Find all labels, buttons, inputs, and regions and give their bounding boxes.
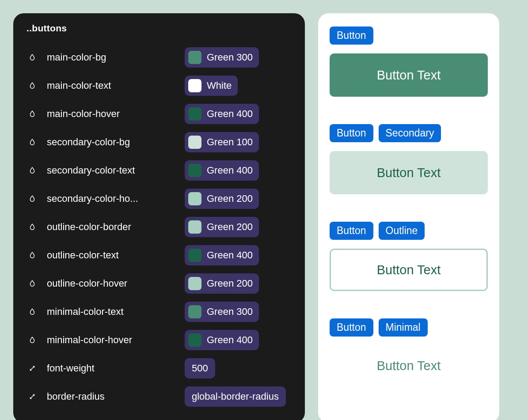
demo-button-minimal[interactable]: Button Text xyxy=(330,345,488,373)
token-value[interactable]: 500 xyxy=(185,358,215,378)
token-value[interactable]: White xyxy=(185,76,238,96)
color-swatch xyxy=(188,305,201,318)
variant-tag: Button xyxy=(330,124,373,142)
token-label-group: main-color-hover xyxy=(26,108,185,120)
token-value[interactable]: Green 200 xyxy=(185,189,259,209)
droplet-icon xyxy=(27,81,37,91)
token-row: main-color-bgGreen 300 xyxy=(26,43,292,72)
variant-tag: Button xyxy=(330,318,373,337)
token-label-group: font-weight xyxy=(26,363,185,374)
token-value-text: Green 400 xyxy=(207,250,253,261)
token-list: main-color-bgGreen 300main-color-textWhi… xyxy=(26,43,292,411)
token-value-text: Green 200 xyxy=(207,278,253,289)
demo-button-secondary[interactable]: Button Text xyxy=(330,151,488,194)
demo-button-text: Button Text xyxy=(377,263,441,277)
token-value-text: Green 400 xyxy=(207,334,253,346)
token-name: outline-color-border xyxy=(47,221,131,233)
token-value[interactable]: Green 400 xyxy=(185,245,259,265)
token-row: main-color-hoverGreen 400 xyxy=(26,100,292,128)
token-name: font-weight xyxy=(47,363,95,374)
color-swatch xyxy=(188,164,201,177)
token-row: outline-color-textGreen 400 xyxy=(26,241,292,269)
color-swatch xyxy=(188,249,201,262)
variant-tag: Minimal xyxy=(379,318,428,337)
demo-button-text: Button Text xyxy=(377,359,441,373)
variant-tag: Outline xyxy=(379,222,425,240)
token-name: main-color-bg xyxy=(47,52,106,63)
demo-button-outline[interactable]: Button Text xyxy=(330,249,488,291)
token-name: secondary-color-ho... xyxy=(47,193,138,204)
token-label-group: outline-color-text xyxy=(26,250,185,261)
token-name: outline-color-text xyxy=(47,250,119,261)
token-row: secondary-color-textGreen 400 xyxy=(26,156,292,185)
color-swatch xyxy=(188,333,201,347)
droplet-icon xyxy=(27,335,37,345)
token-value[interactable]: Green 400 xyxy=(185,160,259,181)
tag-row: ButtonOutline xyxy=(330,222,488,240)
token-value-text: Green 300 xyxy=(207,306,253,318)
token-row: border-radiusglobal-border-radius xyxy=(26,382,292,411)
token-name: minimal-color-hover xyxy=(47,334,132,346)
resize-arrows-icon xyxy=(27,392,37,401)
droplet-icon xyxy=(27,222,37,232)
tag-row: ButtonMinimal xyxy=(330,318,488,337)
token-label-group: main-color-text xyxy=(26,80,185,91)
color-swatch xyxy=(188,79,201,92)
token-name: secondary-color-text xyxy=(47,165,135,176)
panel-title: ..buttons xyxy=(27,23,292,34)
token-name: border-radius xyxy=(47,391,105,402)
color-swatch xyxy=(188,277,201,290)
token-label-group: minimal-color-hover xyxy=(26,334,185,346)
tag-row: Button xyxy=(330,26,488,45)
token-value-text: Green 400 xyxy=(207,108,253,120)
preview-section-secondary: ButtonSecondaryButton Text xyxy=(330,124,488,194)
token-value-text: global-border-radius xyxy=(192,391,279,402)
token-row: main-color-textWhite xyxy=(26,72,292,100)
token-value[interactable]: Green 300 xyxy=(185,47,259,68)
token-value[interactable]: Green 200 xyxy=(185,217,259,237)
token-value-text: 500 xyxy=(192,363,208,374)
token-name: main-color-hover xyxy=(47,108,120,120)
token-value-text: Green 200 xyxy=(207,221,253,233)
variant-tag: Secondary xyxy=(379,124,441,142)
droplet-icon xyxy=(27,194,37,204)
token-name: secondary-color-bg xyxy=(47,136,130,148)
token-row: minimal-color-textGreen 300 xyxy=(26,298,292,326)
droplet-icon xyxy=(27,166,37,175)
token-value-text: White xyxy=(207,80,232,91)
token-row: minimal-color-hoverGreen 400 xyxy=(26,326,292,354)
token-row: font-weight500 xyxy=(26,354,292,382)
resize-arrows-icon xyxy=(27,363,37,373)
token-row: secondary-color-bgGreen 100 xyxy=(26,128,292,156)
token-value-text: Green 400 xyxy=(207,165,253,176)
droplet-icon xyxy=(27,53,37,62)
demo-button-primary[interactable]: Button Text xyxy=(330,53,488,97)
token-name: minimal-color-text xyxy=(47,306,124,318)
droplet-icon xyxy=(27,109,37,119)
token-value[interactable]: Green 300 xyxy=(185,302,259,322)
droplet-icon xyxy=(27,307,37,317)
preview-section-minimal: ButtonMinimalButton Text xyxy=(330,318,488,373)
preview-section-outline: ButtonOutlineButton Text xyxy=(330,222,488,291)
token-value[interactable]: Green 400 xyxy=(185,104,259,124)
token-label-group: secondary-color-text xyxy=(26,165,185,176)
token-label-group: secondary-color-ho... xyxy=(26,193,185,204)
droplet-icon xyxy=(27,250,37,260)
token-row: outline-color-hoverGreen 200 xyxy=(26,269,292,298)
token-label-group: border-radius xyxy=(26,391,185,402)
color-swatch xyxy=(188,107,201,121)
token-value-text: Green 200 xyxy=(207,193,253,204)
token-name: outline-color-hover xyxy=(47,278,127,289)
token-value[interactable]: Green 100 xyxy=(185,132,259,152)
token-value[interactable]: global-border-radius xyxy=(185,386,286,407)
preview-list: ButtonButton TextButtonSecondaryButton T… xyxy=(330,26,488,373)
variant-tag: Button xyxy=(330,222,373,240)
token-value[interactable]: Green 400 xyxy=(185,330,259,350)
token-value-text: Green 300 xyxy=(207,52,253,63)
token-label-group: minimal-color-text xyxy=(26,306,185,318)
token-value[interactable]: Green 200 xyxy=(185,273,259,294)
token-value-text: Green 100 xyxy=(207,136,253,148)
token-name: main-color-text xyxy=(47,80,111,91)
token-label-group: outline-color-border xyxy=(26,221,185,233)
token-label-group: secondary-color-bg xyxy=(26,136,185,148)
